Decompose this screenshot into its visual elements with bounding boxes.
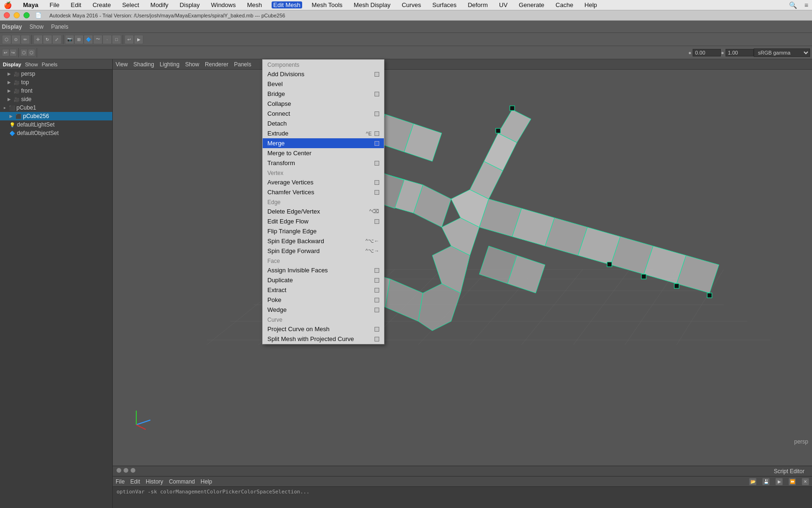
toolbar-icon-scale[interactable]: ⤢ <box>52 35 62 44</box>
toolbar-icon-move[interactable]: ✛ <box>33 35 43 44</box>
coordinate-input-2[interactable]: ● <box>721 49 754 56</box>
se-close[interactable] <box>117 468 121 473</box>
option-box-bridge[interactable] <box>375 92 379 96</box>
menu-maya[interactable]: Maya <box>21 1 40 8</box>
maximize-button[interactable] <box>23 12 30 18</box>
outliner-tab-panels[interactable]: Panels <box>42 62 58 67</box>
menu-item-chamfer-vertices[interactable]: Chamfer Vertices <box>263 187 384 197</box>
menu-item-duplicate[interactable]: Duplicate <box>263 275 384 285</box>
menu-edit[interactable]: Edit <box>69 1 83 8</box>
menu-item-merge[interactable]: Merge <box>263 138 384 148</box>
menu-item-spin-edge-forward[interactable]: Spin Edge Forward ^⌥→ <box>263 246 384 256</box>
toolbar-icon-undo[interactable]: ↩ <box>2 49 9 56</box>
menu-item-bridge[interactable]: Bridge <box>263 89 384 99</box>
se-menu-help[interactable]: Help <box>201 478 212 485</box>
menu-surfaces[interactable]: Surfaces <box>430 1 458 8</box>
se-menu-edit[interactable]: Edit <box>130 478 140 485</box>
option-box-duplicate[interactable] <box>375 278 379 283</box>
menu-item-project-curve[interactable]: Project Curve on Mesh <box>263 324 384 334</box>
option-box-wedge[interactable] <box>375 308 379 312</box>
input-y[interactable] <box>726 49 754 56</box>
coordinate-input-1[interactable]: ● <box>688 49 721 56</box>
se-icon-exec-all[interactable]: ⏩ <box>789 478 796 485</box>
outliner-item-defaultobjectset[interactable]: 🔷 defaultObjectSet <box>0 129 112 137</box>
option-box-edit-edge-flow[interactable] <box>375 219 379 224</box>
menu-item-split-mesh[interactable]: Split Mesh with Projected Curve <box>263 334 384 344</box>
toolbar-icon-select[interactable]: ⬡ <box>2 35 11 44</box>
option-box-average[interactable] <box>375 180 379 185</box>
se-icon-exec[interactable]: ▶ <box>775 478 783 485</box>
viewport-menu-panels[interactable]: Panels <box>234 61 251 68</box>
viewport-menu-renderer[interactable]: Renderer <box>205 61 228 68</box>
outliner-item-persp[interactable]: ▶ 🎥 persp <box>0 70 112 78</box>
toolbar-icon-paint[interactable]: ✏ <box>21 35 30 44</box>
se-icon-save[interactable]: 💾 <box>762 478 770 485</box>
option-box-merge[interactable] <box>375 141 379 146</box>
outliner-item-pcube256[interactable]: ▶ ⬛ pCube256 <box>0 112 112 120</box>
toolbar-icon-poly1[interactable]: ⬡ <box>20 49 28 56</box>
viewport-menu-shading[interactable]: Shading <box>133 61 154 68</box>
toolbar-icon-poly2[interactable]: ⬡ <box>28 49 35 56</box>
menu-item-extract[interactable]: Extract <box>263 285 384 295</box>
apple-menu[interactable]: 🍎 <box>4 1 12 9</box>
toolbar-icon-lasso[interactable]: ⊙ <box>11 35 21 44</box>
menu-cache[interactable]: Cache <box>554 1 575 8</box>
viewport-menu-view[interactable]: View <box>116 61 128 68</box>
menu-item-edit-edge-flow[interactable]: Edit Edge Flow <box>263 216 384 226</box>
close-button[interactable] <box>4 12 10 18</box>
se-menu-command[interactable]: Command <box>169 478 195 485</box>
toolbar-icon-snap-surface[interactable]: □ <box>112 35 121 44</box>
menu-mesh-tools[interactable]: Mesh Tools <box>310 1 344 8</box>
toolbar-icon-snap-curve[interactable]: 〜 <box>93 35 102 44</box>
panels-tab[interactable]: Panels <box>51 24 69 30</box>
menu-help[interactable]: Help <box>583 1 599 8</box>
menu-item-delete-edge-vertex[interactable]: Delete Edge/Vertex ^⌫ <box>263 206 384 216</box>
option-box-poke[interactable] <box>375 298 379 302</box>
script-editor-content[interactable]: optionVar -sk colorManagementColorPicker… <box>113 487 812 497</box>
viewport-menu-show[interactable]: Show <box>185 61 199 68</box>
se-minimize[interactable] <box>124 468 128 473</box>
toolbar-icon-grid[interactable]: ⊞ <box>74 35 84 44</box>
search-icon[interactable]: 🔍 <box>789 1 797 9</box>
se-menu-file[interactable]: File <box>116 478 125 485</box>
menu-mesh[interactable]: Mesh <box>245 1 264 8</box>
toolbar-icon-snap-grid[interactable]: 🔷 <box>84 35 93 44</box>
menu-select[interactable]: Select <box>120 1 141 8</box>
option-box-extrude[interactable] <box>375 131 379 136</box>
outliner-item-side[interactable]: ▶ 🎥 side <box>0 95 112 103</box>
menu-item-wedge[interactable]: Wedge <box>263 305 384 315</box>
option-box-chamfer[interactable] <box>375 190 379 195</box>
menu-create[interactable]: Create <box>91 1 113 8</box>
toolbar-icon-snap-point[interactable]: · <box>102 35 112 44</box>
menu-item-collapse[interactable]: Collapse <box>263 99 384 109</box>
menu-item-bevel[interactable]: Bevel <box>263 79 384 89</box>
outliner-tab-show[interactable]: Show <box>25 62 38 67</box>
menu-item-merge-to-center[interactable]: Merge to Center <box>263 148 384 158</box>
se-menu-history[interactable]: History <box>146 478 163 485</box>
outliner-item-front[interactable]: ▶ 🎥 front <box>0 87 112 95</box>
viewport-menu-lighting[interactable]: Lighting <box>160 61 180 68</box>
toolbar-icon-render[interactable]: ▶ <box>134 35 143 44</box>
minimize-button[interactable] <box>14 12 20 18</box>
menu-deform[interactable]: Deform <box>466 1 490 8</box>
input-x[interactable] <box>693 49 721 56</box>
menu-item-flip-triangle-edge[interactable]: Flip Triangle Edge <box>263 226 384 236</box>
toolbar-icon-rotate[interactable]: ↻ <box>43 35 52 44</box>
gamma-dropdown[interactable]: sRGB gamma Linear <box>754 48 810 57</box>
outliner-item-pcube1[interactable]: ▸ ⬛ pCube1 <box>0 103 112 112</box>
viewport[interactable]: View Shading Lighting Show Renderer Pane… <box>113 59 812 466</box>
menu-file[interactable]: File <box>48 1 62 8</box>
option-box-invisible[interactable] <box>375 268 379 273</box>
outliner-tab-display[interactable]: Display <box>3 62 21 67</box>
menu-item-assign-invisible[interactable]: Assign Invisible Faces <box>263 265 384 275</box>
menu-curves[interactable]: Curves <box>400 1 423 8</box>
menu-item-spin-edge-backward[interactable]: Spin Edge Backward ^⌥← <box>263 236 384 246</box>
display-tab[interactable]: Display <box>2 24 22 30</box>
menu-uv[interactable]: UV <box>497 1 509 8</box>
toolbar-icon-redo[interactable]: ↪ <box>9 49 17 56</box>
menu-item-poke[interactable]: Poke <box>263 295 384 305</box>
menu-item-average-vertices[interactable]: Average Vertices <box>263 177 384 187</box>
outliner-item-defaultlightset[interactable]: 💡 defaultLightSet <box>0 120 112 129</box>
se-icon-clear[interactable]: ✕ <box>802 478 809 485</box>
option-box-transform[interactable] <box>375 161 379 166</box>
